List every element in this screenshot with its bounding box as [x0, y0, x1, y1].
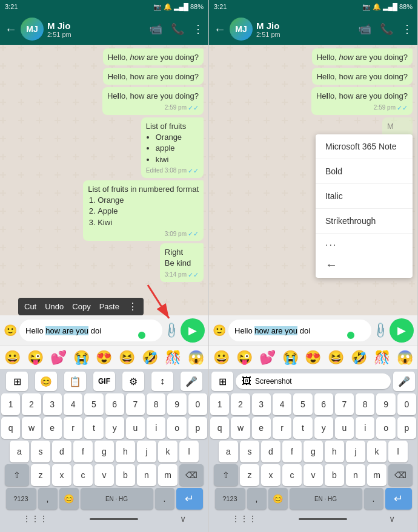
right-format-menu-item-italic[interactable]: Italic [316, 184, 413, 209]
right-key-0[interactable]: 0 [397, 393, 416, 415]
right-emoji-9[interactable]: 😱 [397, 350, 413, 366]
left-key-f[interactable]: f [73, 441, 93, 462]
right-key-t[interactable]: t [293, 417, 312, 439]
left-kb-mic-icon[interactable]: 🎤 [181, 372, 202, 391]
left-emoji-button[interactable]: 🙂 [4, 324, 17, 337]
right-key-8[interactable]: 8 [356, 393, 374, 415]
left-kb-resize-icon[interactable]: ↕ [151, 372, 173, 391]
left-key-2[interactable]: 2 [22, 393, 41, 415]
right-kb-mic-icon[interactable]: 🎤 [393, 372, 415, 391]
right-format-menu-item-1[interactable]: Microsoft 365 Note [316, 134, 413, 159]
left-symbols-key[interactable]: ?123 [6, 488, 36, 510]
left-key-b[interactable]: b [116, 464, 135, 486]
left-kb-clipboard-icon[interactable]: 📋 [64, 372, 86, 391]
right-format-menu-item-bold[interactable]: Bold [316, 159, 413, 184]
left-emoji-3[interactable]: 💕 [50, 350, 67, 366]
left-space-key[interactable]: EN · HG [81, 488, 153, 510]
right-key-u[interactable]: u [335, 417, 354, 439]
left-key-g[interactable]: g [95, 441, 114, 462]
left-comma-key[interactable]: , [38, 488, 58, 510]
left-kb-gif-icon[interactable]: GIF [93, 372, 115, 391]
right-key-c[interactable]: c [282, 464, 302, 486]
right-more-options-button[interactable]: ⋮ [402, 22, 413, 36]
right-key-y[interactable]: y [314, 417, 333, 439]
right-backspace-key[interactable]: ⌫ [388, 464, 413, 486]
left-key-h[interactable]: h [116, 441, 135, 462]
right-contact-avatar[interactable]: MJ [230, 18, 253, 41]
right-key-h[interactable]: h [325, 441, 344, 462]
right-screenshot-pill[interactable]: 🖼 Screenshot [236, 373, 391, 389]
right-emoji-1[interactable]: 😀 [213, 350, 230, 366]
left-period-key[interactable]: . [155, 488, 174, 510]
right-key-z[interactable]: z [240, 464, 259, 486]
right-nav-down-icon[interactable]: ∨ [389, 514, 395, 524]
right-emoji-button[interactable]: 🙂 [213, 324, 226, 337]
left-kb-emoji-icon[interactable]: 😊 [35, 372, 57, 391]
right-emoji-3[interactable]: 💕 [259, 350, 276, 366]
right-emoji-key[interactable]: 😊 [268, 488, 288, 510]
left-key-3[interactable]: 3 [43, 393, 62, 415]
right-key-w[interactable]: w [231, 417, 250, 439]
right-key-f[interactable]: f [282, 441, 302, 462]
left-key-o[interactable]: o [167, 417, 186, 439]
right-key-m[interactable]: m [367, 464, 386, 486]
right-input-box[interactable]: Hello how are you doi [228, 320, 371, 341]
left-key-k[interactable]: k [158, 441, 177, 462]
left-key-s[interactable]: s [31, 441, 50, 462]
left-key-j[interactable]: j [137, 441, 156, 462]
right-symbols-key[interactable]: ?123 [215, 488, 245, 510]
left-key-l[interactable]: l [179, 441, 199, 462]
right-format-menu-item-strikethrough[interactable]: Strikethrough [316, 209, 413, 234]
right-key-9[interactable]: 9 [376, 393, 395, 415]
left-paste-btn[interactable]: Paste [99, 302, 119, 311]
left-home-indicator[interactable] [90, 518, 138, 520]
left-emoji-5[interactable]: 😍 [96, 350, 112, 366]
right-key-n[interactable]: n [346, 464, 365, 486]
right-back-button[interactable]: ← [214, 22, 226, 36]
left-key-t[interactable]: t [84, 417, 103, 439]
left-key-r[interactable]: r [64, 417, 82, 439]
left-more-options-button[interactable]: ⋮ [193, 22, 204, 36]
left-emoji-9[interactable]: 😱 [188, 350, 204, 366]
left-key-v[interactable]: v [95, 464, 114, 486]
left-emoji-6[interactable]: 😆 [119, 350, 135, 366]
left-key-d[interactable]: d [52, 441, 71, 462]
right-key-q[interactable]: q [210, 417, 229, 439]
right-period-key[interactable]: . [364, 488, 383, 510]
right-key-l[interactable]: l [388, 441, 408, 462]
left-kb-settings-icon[interactable]: ⚙ [122, 372, 144, 391]
right-key-3[interactable]: 3 [252, 393, 271, 415]
left-cut-btn[interactable]: Cut [24, 302, 36, 311]
right-kb-apps-icon[interactable]: ⊞ [211, 372, 233, 391]
right-key-b[interactable]: b [325, 464, 344, 486]
left-emoji-key[interactable]: 😊 [59, 488, 79, 510]
left-emoji-2[interactable]: 😜 [27, 350, 44, 366]
left-backspace-key[interactable]: ⌫ [179, 464, 204, 486]
right-key-r[interactable]: r [273, 417, 291, 439]
right-key-2[interactable]: 2 [231, 393, 250, 415]
right-key-g[interactable]: g [304, 441, 323, 462]
left-attach-button[interactable]: 📎 [162, 321, 181, 340]
right-video-call-button[interactable]: 📹 [358, 22, 371, 36]
right-emoji-6[interactable]: 😆 [328, 350, 344, 366]
right-emoji-5[interactable]: 😍 [305, 350, 321, 366]
left-input-box[interactable]: Hello how are you doi [19, 320, 162, 341]
left-key-y[interactable]: y [105, 417, 124, 439]
right-key-j[interactable]: j [346, 441, 365, 462]
left-phone-call-button[interactable]: 📞 [171, 22, 184, 36]
right-key-4[interactable]: 4 [273, 393, 291, 415]
left-key-n[interactable]: n [137, 464, 156, 486]
right-key-v[interactable]: v [304, 464, 323, 486]
right-key-6[interactable]: 6 [314, 393, 333, 415]
left-key-i[interactable]: i [147, 417, 165, 439]
left-enter-key[interactable]: ↵ [176, 488, 203, 510]
left-key-a[interactable]: a [10, 441, 29, 462]
right-phone-call-button[interactable]: 📞 [380, 22, 393, 36]
right-key-5[interactable]: 5 [293, 393, 312, 415]
left-contact-avatar[interactable]: MJ [21, 18, 44, 41]
right-comma-key[interactable]: , [247, 488, 267, 510]
right-key-i[interactable]: i [356, 417, 374, 439]
left-key-4[interactable]: 4 [64, 393, 82, 415]
left-nav-down-icon[interactable]: ∨ [180, 514, 186, 524]
left-key-p[interactable]: p [188, 417, 207, 439]
